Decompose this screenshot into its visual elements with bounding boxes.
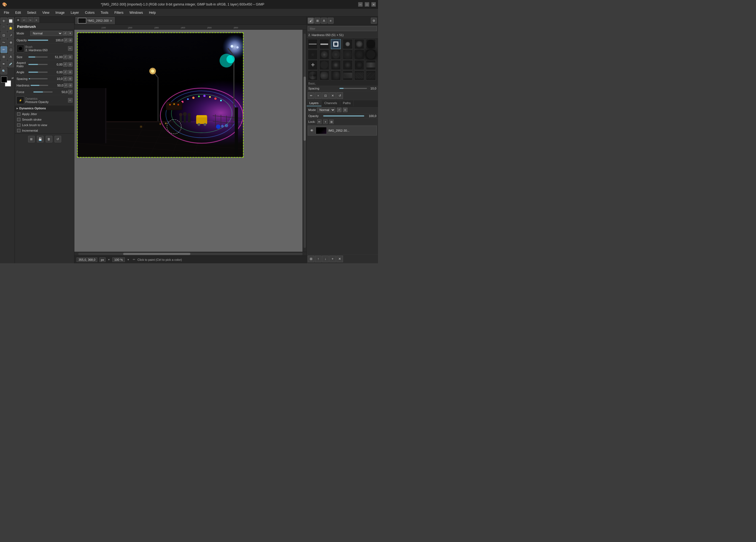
tool-zoom[interactable]: 🔍 <box>1 68 7 74</box>
layers-tab[interactable]: Layers <box>307 100 322 106</box>
maximize-button[interactable]: □ <box>365 2 369 7</box>
size-slider[interactable] <box>28 56 48 58</box>
tool-move[interactable]: ✛ <box>1 18 7 24</box>
panel-font-icon-btn[interactable]: A <box>321 18 327 24</box>
menu-tools[interactable]: Tools <box>98 10 111 16</box>
menu-file[interactable]: File <box>1 10 12 16</box>
opacity-extra-btn[interactable]: ⊞ <box>68 38 72 42</box>
spacing-slider[interactable] <box>29 78 48 79</box>
force-reset-btn[interactable]: ↺ <box>68 90 72 94</box>
spacing-control-slider[interactable] <box>339 88 367 89</box>
restore-defaults-btn[interactable]: ⊞ <box>28 136 35 142</box>
layers-mode-select[interactable]: Normal <box>317 107 335 112</box>
menu-view[interactable]: View <box>39 10 52 16</box>
v-scrollbar-thumb[interactable] <box>304 77 306 141</box>
layers-mode-reset-btn[interactable]: ↺ <box>337 108 341 112</box>
mode-reset-btn[interactable]: ↺ <box>63 31 67 36</box>
panel-pattern-icon-btn[interactable]: ⊞ <box>314 18 320 24</box>
brush-cell-cross1[interactable]: ✚ <box>308 60 318 70</box>
brush-cell-dot-sq[interactable] <box>331 39 341 49</box>
menu-filters[interactable]: Filters <box>112 10 126 16</box>
menu-help[interactable]: Help <box>146 10 159 16</box>
force-slider[interactable] <box>33 91 53 93</box>
menu-windows[interactable]: Windows <box>127 10 146 16</box>
brush-filter-input[interactable] <box>308 26 377 31</box>
panel-misc-icon-btn[interactable]: ≡ <box>328 18 334 24</box>
brush-cell-grunge1[interactable] <box>308 71 318 80</box>
layer-visibility-icon[interactable]: 👁 <box>310 128 314 133</box>
layers-opacity-slider[interactable] <box>323 115 364 117</box>
status-zoom-arrow[interactable]: ▼ <box>127 258 129 261</box>
aspect-ratio-slider[interactable] <box>28 64 48 65</box>
apply-jitter-label[interactable]: Apply Jitter <box>22 112 37 116</box>
brush-preview[interactable] <box>17 45 24 52</box>
size-reset-btn[interactable]: ↺ <box>63 55 67 59</box>
status-zoom[interactable]: 100 % <box>112 258 125 262</box>
h-scrollbar-thumb[interactable] <box>123 253 190 255</box>
brush-cell-noise2[interactable] <box>331 60 341 70</box>
incremental-label[interactable]: Incremental <box>22 129 38 132</box>
angle-extra-btn[interactable]: ⊞ <box>68 70 72 74</box>
brush-cell-line-h-med[interactable] <box>319 39 329 49</box>
tool-clone[interactable]: ⊕ <box>8 39 14 46</box>
tool-paintbrush[interactable]: ✏ <box>1 46 7 53</box>
options-tab-history[interactable]: ↩ <box>21 17 27 23</box>
menu-image[interactable]: Image <box>53 10 67 16</box>
brush-copy-icon-btn[interactable]: ⊡ <box>322 92 329 99</box>
dynamics-options-header[interactable]: ▶ Dynamics Options <box>15 106 74 111</box>
brush-edit-icon-btn[interactable]: ✏ <box>308 92 314 99</box>
layer-item[interactable]: 👁 IMG_2952-30... <box>308 126 377 136</box>
smooth-stroke-checkbox[interactable] <box>17 118 20 121</box>
tool-eraser[interactable]: ◻ <box>8 46 14 53</box>
menu-select[interactable]: Select <box>24 10 39 16</box>
hardness-reset-btn[interactable]: ↺ <box>64 83 68 88</box>
tool-transform[interactable]: ↗ <box>8 32 14 39</box>
brush-cell-grunge4[interactable] <box>343 71 353 80</box>
panel-brush-icon-btn[interactable]: 🖌 <box>308 18 314 24</box>
foreground-color[interactable] <box>1 77 7 83</box>
brush-cell-line-h-thin[interactable] <box>308 39 318 49</box>
lock-position-btn[interactable]: + <box>323 120 328 124</box>
image-tab-close[interactable]: ✕ <box>110 19 112 22</box>
image-tab[interactable]: *IMG_2952-300 ✕ <box>75 17 115 24</box>
move-layer-down-btn[interactable]: ↓ <box>322 256 329 262</box>
smooth-stroke-label[interactable]: Smooth stroke <box>22 118 42 121</box>
brush-cell-dot-lg[interactable] <box>354 39 364 49</box>
move-layer-up-btn[interactable]: ↑ <box>315 256 322 262</box>
brush-cell-grunge2[interactable] <box>319 71 329 80</box>
brush-cell-dot-xl[interactable] <box>366 39 376 49</box>
menu-layer[interactable]: Layer <box>68 10 82 16</box>
aspect-ratio-extra-btn[interactable]: ⊞ <box>68 62 72 67</box>
brush-refresh-icon-btn[interactable]: ↺ <box>336 92 343 99</box>
tool-warp[interactable]: 〜 <box>1 39 7 46</box>
reset-tool-btn[interactable]: ↺ <box>55 136 61 142</box>
save-tool-preset-btn[interactable]: 💾 <box>37 136 44 142</box>
delete-layer-btn[interactable]: ✕ <box>336 256 343 262</box>
options-tab-misc[interactable]: ≡ <box>34 17 39 23</box>
brush-new-icon-btn[interactable]: + <box>315 92 322 99</box>
tool-lasso[interactable]: ⌒ <box>1 25 7 31</box>
brush-cell-fuzzy2[interactable] <box>331 50 341 60</box>
angle-slider[interactable] <box>28 72 48 73</box>
incremental-checkbox[interactable] <box>17 129 20 132</box>
tool-text[interactable]: A <box>8 53 14 60</box>
brush-cell-noise1[interactable] <box>319 60 329 70</box>
brush-cell-dot-md[interactable] <box>343 39 353 49</box>
lock-pixels-btn[interactable]: ✏ <box>317 120 322 124</box>
status-unit[interactable]: px <box>99 258 106 262</box>
menu-edit[interactable]: Edit <box>12 10 24 16</box>
tool-heal[interactable]: ⊞ <box>1 53 7 60</box>
tool-color-picker[interactable]: 💉 <box>8 61 14 67</box>
tool-crop[interactable]: ⊡ <box>1 32 7 39</box>
aspect-ratio-reset-btn[interactable]: ↺ <box>63 62 67 67</box>
new-layer-from-visible-btn[interactable]: ⊞ <box>308 256 314 262</box>
brush-edit-btn[interactable]: ✏ <box>68 46 72 51</box>
options-tab-tool[interactable]: ⚙ <box>15 17 21 23</box>
paths-tab[interactable]: Paths <box>340 100 354 106</box>
minimize-button[interactable]: ─ <box>358 2 363 7</box>
swap-colors-icon[interactable]: ⇄ <box>12 77 14 79</box>
opacity-slider[interactable] <box>28 40 48 41</box>
brush-cell-grunge3[interactable] <box>331 71 341 80</box>
brush-cell-fuzzy5[interactable] <box>366 50 376 60</box>
mode-select[interactable]: Normal <box>30 31 63 36</box>
